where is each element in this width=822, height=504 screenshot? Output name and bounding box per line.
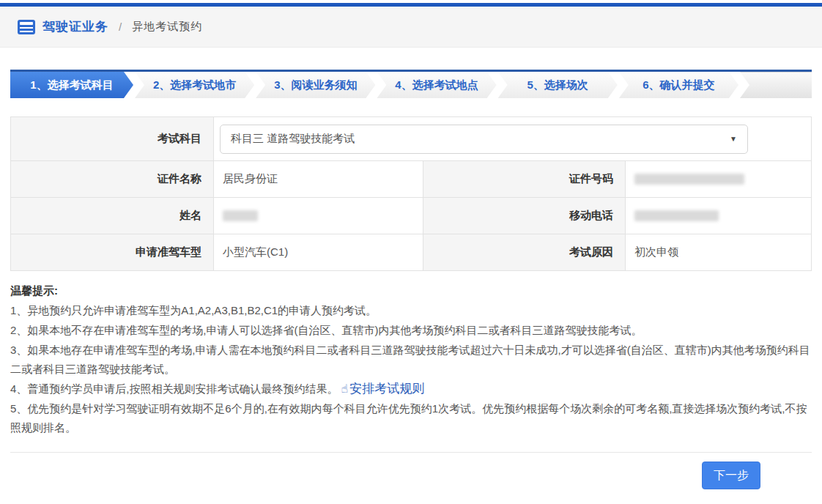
phone-masked-value — [634, 210, 719, 221]
table-row-vehicle-reason: 申请准驾车型 小型汽车(C1) 考试原因 初次申领 — [11, 234, 811, 270]
vehicle-type-value: 小型汽车(C1) — [214, 234, 423, 270]
tip-item-1: 1、异地预约只允许申请准驾车型为A1,A2,A3,B1,B2,C1的申请人预约考… — [10, 301, 812, 320]
next-step-button[interactable]: 下一步 — [702, 462, 760, 489]
exam-subject-select[interactable]: 科目三 道路驾驶技能考试 ▼ — [220, 125, 748, 154]
exam-subject-label: 考试科目 — [11, 117, 214, 160]
application-info-table: 考试科目 科目三 道路驾驶技能考试 ▼ 证件名称 居民身份证 证件号码 姓名 移… — [10, 116, 812, 271]
step-wizard: 1、选择考试科目 2、选择考试地市 3、阅读业务须知 4、选择考试地点 5、选择… — [10, 70, 812, 98]
step-tab-5-select-session[interactable]: 5、选择场次 — [498, 72, 618, 98]
table-row-name-phone: 姓名 移动电话 — [11, 197, 811, 234]
name-label: 姓名 — [11, 198, 214, 234]
menu-list-icon — [18, 20, 35, 34]
exam-reason-label: 考试原因 — [423, 234, 626, 270]
tip-item-4: 4、普通预约学员申请后,按照相关规则安排考试确认最终预约结果。☝安排考试规则 — [10, 379, 812, 399]
footer-divider — [10, 452, 812, 453]
table-row-id: 证件名称 居民身份证 证件号码 — [11, 160, 811, 197]
breadcrumb-separator: / — [119, 21, 122, 33]
tip-item-4-text: 4、普通预约学员申请后,按照相关规则安排考试确认最终预约结果。 — [10, 382, 338, 395]
pointing-hand-icon: ☝ — [341, 382, 349, 395]
id-number-label: 证件号码 — [423, 161, 626, 197]
id-type-label: 证件名称 — [11, 161, 214, 197]
breadcrumb: 驾驶证业务 / 异地考试预约 — [0, 7, 822, 48]
id-number-masked-value — [634, 174, 744, 185]
step-tab-3-read-notice[interactable]: 3、阅读业务须知 — [256, 72, 375, 98]
tips-section: 温馨提示: 1、异地预约只允许申请准驾车型为A1,A2,A3,B1,B2,C1的… — [10, 284, 812, 437]
name-masked-value — [223, 210, 258, 221]
exam-subject-selected-value: 科目三 道路驾驶技能考试 — [231, 132, 355, 146]
breadcrumb-section[interactable]: 驾驶证业务 — [42, 18, 108, 35]
step-tab-6-confirm-submit[interactable]: 6、确认并提交 — [619, 72, 738, 98]
tip-item-2: 2、如果本地不存在申请准驾车型的考场,申请人可以选择省(自治区、直辖市)内其他考… — [10, 321, 812, 340]
dropdown-arrow-icon: ▼ — [730, 135, 737, 143]
exam-reason-value: 初次申领 — [626, 234, 811, 270]
tip-item-3: 3、如果本地存在申请准驾车型的考场,申请人需在本地预约科目二或者科目三道路驾驶技… — [10, 341, 812, 379]
exam-rules-link[interactable]: ☝安排考试规则 — [338, 382, 425, 396]
tip-item-5: 5、优先预约是针对学习驾驶证明有效期不足6个月的,在有效期内每个科目允许优先预约… — [10, 399, 812, 437]
exam-rules-link-label: 安排考试规则 — [349, 382, 424, 396]
table-row-exam-subject: 考试科目 科目三 道路驾驶技能考试 ▼ — [11, 117, 811, 160]
step-bar-filler — [740, 72, 812, 98]
vehicle-type-label: 申请准驾车型 — [11, 234, 214, 270]
phone-label: 移动电话 — [423, 198, 626, 234]
breadcrumb-current-page: 异地考试预约 — [132, 20, 202, 34]
tips-title: 温馨提示: — [10, 284, 812, 298]
id-type-value: 居民身份证 — [214, 161, 423, 197]
step-tab-4-select-site[interactable]: 4、选择考试地点 — [377, 72, 496, 98]
step-tab-1-select-subject[interactable]: 1、选择考试科目 — [10, 72, 133, 98]
step-tab-2-select-city[interactable]: 2、选择考试地市 — [135, 72, 254, 98]
